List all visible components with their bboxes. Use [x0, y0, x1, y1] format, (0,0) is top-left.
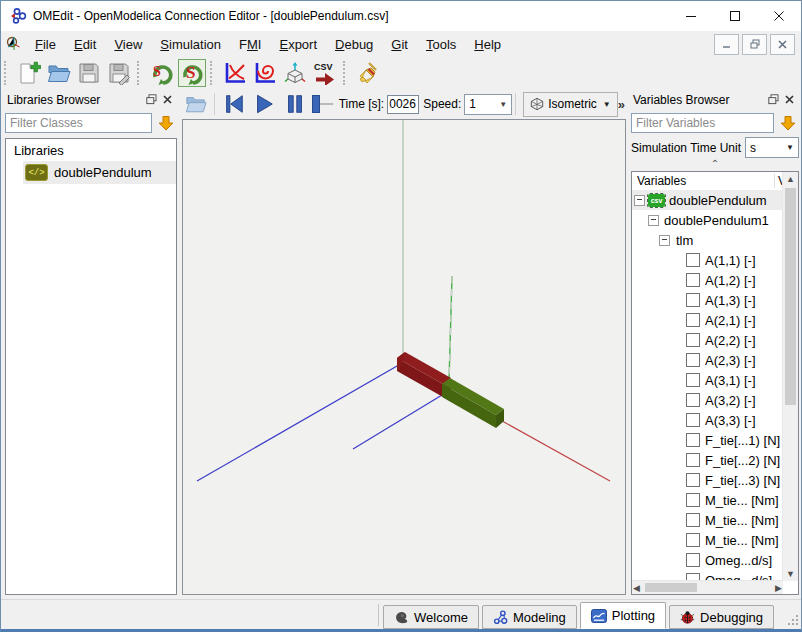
new-animation-window-button[interactable]	[281, 59, 309, 87]
3d-viewport[interactable]	[182, 119, 626, 595]
filter-classes-input[interactable]	[5, 113, 152, 133]
open-file-button[interactable]	[45, 59, 73, 87]
vertical-scrollbar[interactable]: ▲ ▼	[782, 172, 798, 581]
mdi-minimize-button[interactable]	[714, 34, 739, 55]
tab-modeling[interactable]: Modeling	[482, 605, 577, 629]
toolbar-handle[interactable]	[343, 61, 349, 85]
toolbar-handle[interactable]	[4, 61, 10, 85]
menu-help[interactable]: Help	[465, 34, 510, 55]
title-bar[interactable]: OMEdit - OpenModelica Connection Editor …	[1, 1, 801, 31]
tab-debugging[interactable]: Debugging	[669, 605, 774, 629]
variable-checkbox[interactable]	[686, 513, 700, 527]
collapse-icon[interactable]	[634, 195, 645, 206]
variable-tree-item[interactable]: F_tie[...1) [N]	[632, 430, 783, 450]
float-panel-button[interactable]	[765, 92, 781, 108]
variable-tree-item[interactable]: M_tie... [Nm]	[632, 510, 783, 530]
mdi-restore-button[interactable]	[742, 34, 767, 55]
speed-combobox[interactable]: 1 ▼	[464, 94, 512, 115]
time-unit-combobox[interactable]: s ▼	[745, 137, 799, 158]
scrollbar-thumb[interactable]	[645, 583, 697, 592]
clear-plot-window-button[interactable]	[354, 59, 382, 87]
save-button[interactable]	[75, 59, 103, 87]
tab-welcome[interactable]: Welcome	[383, 605, 479, 629]
collapse-icon[interactable]	[648, 215, 659, 226]
variable-tree-item[interactable]: A(1,3) [-]	[632, 290, 783, 310]
filter-variables-input[interactable]	[631, 113, 774, 133]
variable-tree-item[interactable]: A(3,3) [-]	[632, 410, 783, 430]
initialize-button[interactable]	[219, 91, 247, 117]
toolbar-overflow-button[interactable]: »	[618, 97, 625, 112]
variable-checkbox[interactable]	[686, 313, 700, 327]
horizontal-scrollbar[interactable]: ◀ ▶	[632, 580, 783, 594]
variable-tree-item[interactable]: A(3,1) [-]	[632, 370, 783, 390]
variable-checkbox[interactable]	[686, 533, 700, 547]
scrollbar-thumb[interactable]	[785, 188, 796, 405]
collapse-icon[interactable]	[659, 235, 670, 246]
menu-fmi[interactable]: FMI	[230, 34, 270, 55]
close-panel-button[interactable]	[781, 92, 797, 108]
scroll-right-icon[interactable]: ▶	[775, 581, 782, 594]
export-csv-button[interactable]: CSV	[311, 59, 339, 87]
toolbar-handle[interactable]	[210, 61, 216, 85]
mdi-close-button[interactable]	[770, 34, 795, 55]
resize-grip[interactable]	[788, 615, 798, 625]
play-button[interactable]	[250, 91, 278, 117]
tab-plotting[interactable]: Plotting	[580, 602, 666, 629]
variable-tree-item[interactable]: tlm	[632, 230, 783, 250]
menu-tools[interactable]: Tools	[417, 34, 465, 55]
variable-tree-item[interactable]: A(2,3) [-]	[632, 350, 783, 370]
new-file-button[interactable]	[15, 59, 43, 87]
variable-checkbox[interactable]	[686, 353, 700, 367]
time-slider[interactable]	[312, 94, 333, 114]
time-input[interactable]	[387, 95, 419, 114]
variable-checkbox[interactable]	[686, 273, 700, 287]
filter-options-button[interactable]	[777, 113, 799, 133]
splitter-handle[interactable]: ⌃	[629, 160, 801, 168]
close-panel-button[interactable]	[159, 92, 175, 108]
variable-checkbox[interactable]	[686, 393, 700, 407]
variable-tree-item[interactable]: M_tie... [Nm]	[632, 490, 783, 510]
variable-tree-item[interactable]: A(1,1) [-]	[632, 250, 783, 270]
menu-edit[interactable]: Edit	[65, 34, 105, 55]
close-button[interactable]	[757, 1, 801, 31]
menu-simulation[interactable]: Simulation	[151, 34, 230, 55]
menu-git[interactable]: Git	[382, 34, 417, 55]
variable-checkbox[interactable]	[686, 473, 700, 487]
menu-view[interactable]: View	[105, 34, 151, 55]
new-plot-window-button[interactable]	[221, 59, 249, 87]
view-perspective-dropdown[interactable]: Isometric ▼	[523, 92, 618, 117]
library-item-doublependulum[interactable]: </> doublePendulum	[23, 161, 176, 184]
variable-checkbox[interactable]	[686, 553, 700, 567]
pause-button[interactable]	[280, 91, 308, 117]
variable-tree-item[interactable]: A(3,2) [-]	[632, 390, 783, 410]
minimize-button[interactable]	[669, 1, 713, 31]
re-simulate-setup-button[interactable]: S	[178, 59, 206, 87]
variable-tree-item[interactable]: csvdoublePendulum	[632, 190, 783, 210]
variable-checkbox[interactable]	[686, 413, 700, 427]
variable-checkbox[interactable]	[686, 293, 700, 307]
open-result-file-button[interactable]	[182, 91, 210, 117]
new-parametric-plot-button[interactable]	[251, 59, 279, 87]
maximize-button[interactable]	[713, 1, 757, 31]
menu-file[interactable]: File	[26, 34, 65, 55]
menu-export[interactable]: Export	[270, 34, 326, 55]
float-panel-button[interactable]	[143, 92, 159, 108]
scroll-down-icon[interactable]: ▼	[783, 569, 798, 579]
variable-checkbox[interactable]	[686, 373, 700, 387]
variable-checkbox[interactable]	[686, 453, 700, 467]
variable-checkbox[interactable]	[686, 253, 700, 267]
toolbar-handle[interactable]	[137, 61, 143, 85]
variable-tree-item[interactable]: A(2,1) [-]	[632, 310, 783, 330]
filter-options-button[interactable]	[155, 113, 177, 133]
scroll-left-icon[interactable]: ◀	[633, 581, 640, 594]
variable-tree-item[interactable]: F_tie[...3) [N]	[632, 470, 783, 490]
slider-handle[interactable]	[312, 95, 320, 113]
variable-tree-item[interactable]: Omeg...d/s]	[632, 550, 783, 570]
variable-checkbox[interactable]	[686, 493, 700, 507]
menu-debug[interactable]: Debug	[326, 34, 382, 55]
variable-tree-item[interactable]: F_tie[...2) [N]	[632, 450, 783, 470]
variable-tree-item[interactable]: M_tie... [Nm]	[632, 530, 783, 550]
re-simulate-button[interactable]: S	[148, 59, 176, 87]
variable-checkbox[interactable]	[686, 333, 700, 347]
save-as-button[interactable]	[105, 59, 133, 87]
